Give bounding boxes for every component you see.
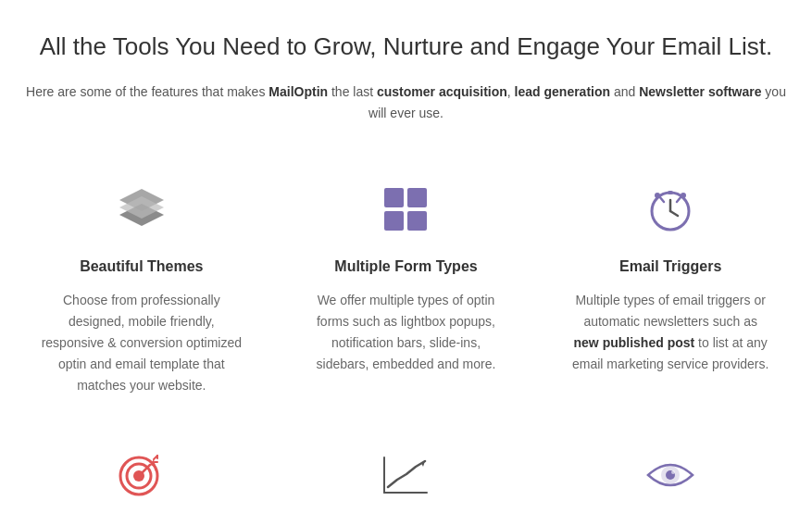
feature-icon-clock [569, 177, 771, 242]
subtitle-brand: MailOptin [269, 84, 328, 99]
feature-icon-grid [306, 177, 507, 242]
clock-icon [646, 185, 694, 233]
layers-icon [118, 185, 166, 233]
features-grid: Beautiful Themes Choose from professiona… [19, 158, 793, 513]
feature-page-level-targeting: Page-Level Targeting Build hyper targete… [19, 424, 265, 513]
subtitle-middle: the last [328, 84, 377, 99]
target-icon [117, 450, 167, 500]
feature-email-triggers: Email Triggers Multiple types of email t… [547, 158, 793, 424]
feature-desc-multiple-form-types: We offer multiple types of optin forms s… [306, 290, 507, 375]
svg-point-11 [681, 193, 686, 198]
feature-title-multiple-form-types: Multiple Form Types [306, 255, 507, 279]
feature-beautiful-themes: Beautiful Themes Choose from professiona… [19, 158, 265, 424]
feature-exit-intent: Exit Intent We lower your site's bounce … [547, 424, 793, 513]
feature-icon-analytics [306, 443, 507, 507]
feature-built-in-analytics: Built-In Analytics Get the right stats t… [283, 424, 530, 513]
page-title: All the Tools You Need to Grow, Nurture … [19, 28, 793, 67]
subtitle-bold1: customer acquisition [377, 84, 507, 99]
page-subtitle: Here are some of the features that makes… [19, 81, 793, 126]
page-wrapper: All the Tools You Need to Grow, Nurture … [0, 0, 812, 513]
email-triggers-desc-bold: new published post [574, 335, 695, 350]
email-triggers-desc-plain: Multiple types of email triggers or auto… [575, 293, 765, 329]
subtitle-and: and [610, 84, 639, 99]
grid-icon [384, 188, 427, 231]
feature-desc-email-triggers: Multiple types of email triggers or auto… [569, 290, 771, 375]
feature-title-beautiful-themes: Beautiful Themes [41, 255, 243, 279]
grid-sq-3 [384, 211, 404, 231]
subtitle-bold3: Newsletter software [639, 84, 761, 99]
subtitle-plain: Here are some of the features that makes [26, 84, 269, 99]
feature-icon-target [41, 443, 243, 507]
analytics-icon [381, 454, 431, 496]
svg-point-10 [655, 193, 660, 198]
feature-multiple-form-types: Multiple Form Types We offer multiple ty… [283, 158, 530, 424]
svg-point-25 [671, 470, 675, 474]
grid-sq-2 [407, 188, 427, 207]
grid-sq-4 [407, 211, 427, 231]
grid-sq-1 [384, 188, 404, 207]
subtitle-bold2: lead generation [511, 84, 610, 99]
eye-icon [644, 458, 696, 492]
feature-title-email-triggers: Email Triggers [569, 255, 771, 279]
feature-icon-layers [41, 177, 243, 242]
svg-rect-9 [668, 191, 673, 194]
feature-icon-eye [569, 443, 771, 507]
feature-desc-beautiful-themes: Choose from professionally designed, mob… [41, 290, 243, 396]
